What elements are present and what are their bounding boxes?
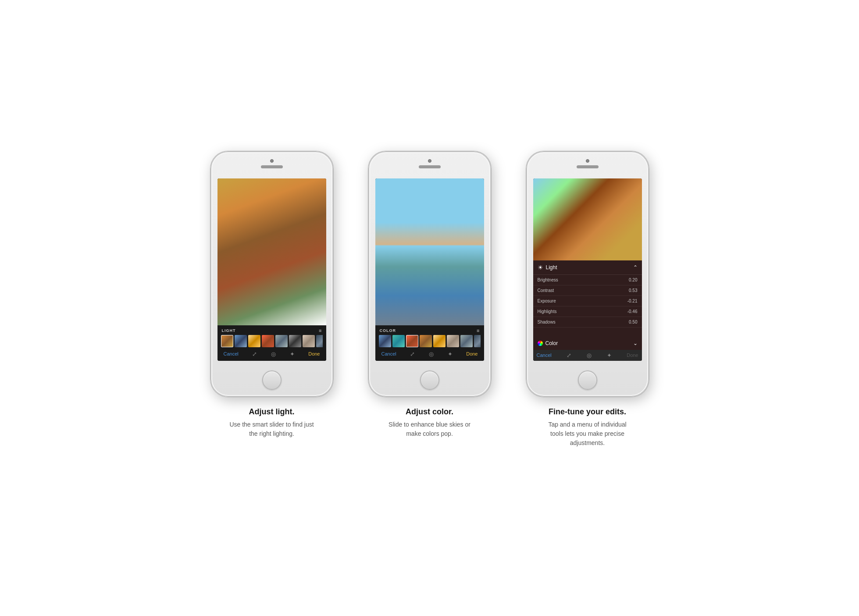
done-button-1[interactable]: Done: [308, 351, 320, 356]
caption-desc-1: Use the smart slider to find justthe rig…: [229, 420, 314, 438]
cancel-button-2[interactable]: Cancel: [381, 351, 396, 356]
crop-icon-3[interactable]: ⤢: [567, 352, 571, 359]
filter-thumb-1[interactable]: [221, 335, 233, 347]
iphone-top-1: [261, 159, 283, 168]
screen-1: LIGHT ≡ Cancel: [217, 178, 326, 361]
contrast-value: 0.53: [629, 288, 637, 293]
screen-2: COLOR ≡ Cancel: [375, 178, 484, 361]
exposure-value: -0.21: [627, 299, 638, 303]
highlights-label: Highlights: [538, 309, 557, 314]
camera-dot-3: [586, 159, 589, 163]
filter-thumb-5[interactable]: [275, 335, 288, 347]
photo-1: [217, 178, 326, 325]
color-section-header[interactable]: Color ⌄: [533, 337, 642, 350]
panel-screen: ☀ Light ⌃ Brightness 0.20 Contrast: [533, 178, 642, 361]
shadows-label: Shadows: [538, 320, 556, 324]
screen-3: ☀ Light ⌃ Brightness 0.20 Contrast: [533, 178, 642, 361]
filter-thumb-4[interactable]: [262, 335, 274, 347]
shadows-value: 0.50: [629, 320, 637, 324]
done-button-2[interactable]: Done: [466, 351, 478, 356]
color-section-title: Color: [538, 340, 558, 346]
filter-thumb-c3[interactable]: [406, 335, 418, 347]
shadows-row[interactable]: Shadows 0.50: [533, 317, 642, 328]
phone-container-1: LIGHT ≡ Cancel: [206, 151, 338, 438]
caption-title-1: Adjust light.: [229, 407, 314, 417]
adjust-icon-1[interactable]: ✦: [290, 351, 295, 357]
light-label: Light: [546, 264, 557, 271]
filter-thumb-c1[interactable]: [379, 335, 391, 347]
sun-icon: ☀: [538, 264, 543, 271]
filter-label-row-1: LIGHT ≡: [221, 328, 323, 333]
light-section-header[interactable]: ☀ Light ⌃: [533, 260, 642, 275]
camera-dot-1: [270, 159, 274, 163]
adjust-icon-2[interactable]: ✦: [448, 351, 453, 357]
caption-2: Adjust color. Slide to enhance blue skie…: [389, 407, 470, 438]
filter-label-2: COLOR: [380, 328, 396, 333]
iphone-top-3: [577, 159, 599, 168]
color-label: Color: [545, 340, 558, 346]
screen-bottom-1: LIGHT ≡ Cancel: [217, 325, 326, 361]
brightness-label: Brightness: [538, 278, 558, 282]
filter-thumb-3[interactable]: [248, 335, 260, 347]
filter-circle-icon-2[interactable]: ◎: [429, 351, 434, 357]
filter-circle-icon-3[interactable]: ◎: [587, 352, 592, 359]
crop-icon-2[interactable]: ⤢: [410, 351, 415, 357]
highlights-row[interactable]: Highlights -0.46: [533, 306, 642, 317]
speaker-1: [261, 165, 283, 168]
light-section-title: ☀ Light: [538, 264, 557, 271]
filter-thumb-c6[interactable]: [447, 335, 459, 347]
filter-label-1: LIGHT: [222, 328, 236, 333]
adjust-icon-3[interactable]: ✦: [607, 352, 612, 359]
phone-container-2: COLOR ≡ Cancel: [364, 151, 495, 438]
highlights-value: -0.46: [627, 309, 638, 314]
cancel-button-1[interactable]: Cancel: [224, 351, 239, 356]
contrast-row[interactable]: Contrast 0.53: [533, 285, 642, 296]
filter-circle-icon-1[interactable]: ◎: [271, 351, 276, 357]
home-button-1[interactable]: [262, 370, 282, 390]
home-button-3[interactable]: [578, 370, 597, 390]
brightness-row[interactable]: Brightness 0.20: [533, 275, 642, 285]
home-button-2[interactable]: [420, 370, 439, 390]
filter-thumb-6[interactable]: [289, 335, 301, 347]
list-icon-2: ≡: [477, 328, 479, 333]
photo-2: [375, 178, 484, 325]
crop-icon-1[interactable]: ⤢: [252, 351, 257, 357]
iphone-top-2: [419, 159, 441, 168]
chevron-up-icon[interactable]: ⌃: [633, 264, 638, 271]
iphone-1: LIGHT ≡ Cancel: [210, 151, 333, 397]
filter-strip-1[interactable]: [221, 335, 323, 347]
caption-1: Adjust light. Use the smart slider to fi…: [229, 407, 314, 438]
action-bar-2: Cancel ⤢ ◎ ✦ Done: [379, 349, 481, 358]
filter-thumb-c8[interactable]: [474, 335, 481, 347]
caption-title-2: Adjust color.: [389, 407, 470, 417]
filter-thumb-c2[interactable]: [392, 335, 405, 347]
filter-thumb-c7[interactable]: [460, 335, 473, 347]
caption-desc-3: Tap and a menu of individualtools lets y…: [548, 420, 626, 448]
brightness-value: 0.20: [629, 278, 637, 282]
iphone-2: COLOR ≡ Cancel: [368, 151, 491, 397]
chevron-down-icon[interactable]: ⌄: [633, 340, 638, 346]
filter-thumb-7[interactable]: [303, 335, 315, 347]
color-wheel-icon: [538, 341, 543, 346]
filter-thumb-c4[interactable]: [420, 335, 432, 347]
done-button-3[interactable]: Done: [627, 353, 638, 358]
panel-menu: ☀ Light ⌃ Brightness 0.20 Contrast: [533, 260, 642, 361]
list-icon-1: ≡: [319, 328, 321, 333]
action-bar-1: Cancel ⤢ ◎ ✦ Done: [221, 349, 323, 358]
exposure-label: Exposure: [538, 299, 556, 303]
speaker-2: [419, 165, 441, 168]
caption-desc-2: Slide to enhance blue skies ormake color…: [389, 420, 470, 438]
screen-bottom-2: COLOR ≡ Cancel: [375, 325, 484, 361]
filter-thumb-2[interactable]: [235, 335, 247, 347]
phone-container-3: ☀ Light ⌃ Brightness 0.20 Contrast: [522, 151, 653, 448]
caption-title-3: Fine-tune your edits.: [548, 407, 626, 417]
panel-photo: [533, 178, 642, 260]
cancel-button-3[interactable]: Cancel: [537, 353, 552, 358]
filter-thumb-8[interactable]: [316, 335, 323, 347]
filter-strip-2[interactable]: [379, 335, 481, 347]
camera-dot-2: [428, 159, 431, 163]
filter-thumb-c5[interactable]: [433, 335, 446, 347]
contrast-label: Contrast: [538, 288, 554, 293]
phones-row: LIGHT ≡ Cancel: [206, 151, 653, 448]
exposure-row[interactable]: Exposure -0.21: [533, 296, 642, 306]
